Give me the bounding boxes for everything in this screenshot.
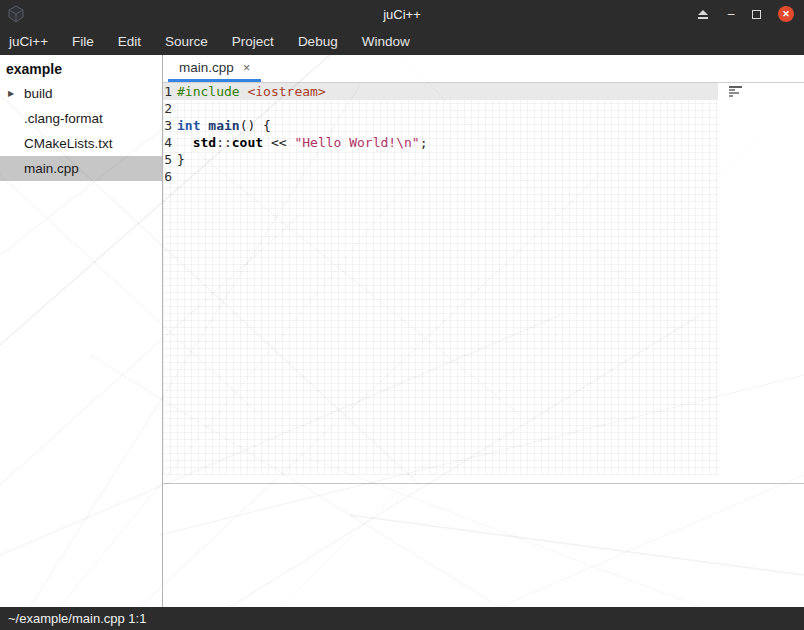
line-number: 4 [163,134,176,151]
window-title: juCi++ [0,7,804,22]
content-area: example ▶build.clang-formatCMakeLists.tx… [0,55,804,607]
minimize-button[interactable]: − [727,7,735,21]
menu-bar: juCi++FileEditSourceProjectDebugWindow [0,28,804,55]
code-line-3[interactable]: 3int main() { [163,117,718,134]
tree-item-main-cpp[interactable]: main.cpp [0,156,162,181]
tree-item-build[interactable]: ▶build [0,81,162,106]
minimap-mark [729,92,739,94]
status-file-path: ~/example/main.cpp 1:1 [8,611,146,626]
tree-item-label: .clang-format [0,106,103,131]
menu-item-debug[interactable]: Debug [286,28,350,55]
line-number: 3 [163,117,176,134]
tab-label: main.cpp [179,60,234,75]
minimize-icon: − [727,7,735,21]
tab-bar: main.cpp × [163,55,804,83]
minimap-mark [729,86,742,88]
code-text: int main() { [176,117,271,134]
title-bar: juCi++ − ✕ [0,0,804,28]
code-text: } [176,151,185,168]
tree-item-label: CMakeLists.txt [0,131,113,156]
code-text [176,100,177,117]
menu-item-file[interactable]: File [60,28,106,55]
code-text: #include <iostream> [176,83,326,100]
tree-item-label: main.cpp [0,156,79,181]
code-line-1[interactable]: 1#include <iostream> [163,83,718,100]
close-button[interactable]: ✕ [778,6,794,22]
tab-main-cpp[interactable]: main.cpp × [168,55,261,82]
menu-item-source[interactable]: Source [153,28,220,55]
expander-icon[interactable]: ▶ [8,81,20,106]
line-number: 6 [163,168,176,185]
minimap-mark [729,89,735,91]
minimap-mark [729,95,733,97]
editor-column: main.cpp × 1#include <iostream>23int mai… [163,55,804,607]
close-icon: ✕ [782,6,790,22]
code-text [176,168,177,185]
minimap[interactable] [729,86,744,98]
code-editor[interactable]: 1#include <iostream>23int main() {4 std:… [163,83,804,483]
code-line-6[interactable]: 6 [163,168,718,185]
window-controls: − ✕ [697,0,794,28]
code-line-2[interactable]: 2 [163,100,718,117]
app-window: juCi++ − ✕ juCi++FileEditSourceProjectDe… [0,0,804,630]
code-lines: 1#include <iostream>23int main() {4 std:… [163,83,718,185]
tree-item-cmakelists-txt[interactable]: CMakeLists.txt [0,131,162,156]
eject-button[interactable] [697,10,710,19]
file-tree-panel: example ▶build.clang-formatCMakeLists.tx… [0,55,163,607]
tree-items: ▶build.clang-formatCMakeLists.txtmain.cp… [0,81,162,181]
eject-icon [697,10,710,19]
output-panel [163,483,804,607]
status-bar: ~/example/main.cpp 1:1 [0,607,804,630]
line-number: 5 [163,151,176,168]
line-number: 2 [163,100,176,117]
menu-item-project[interactable]: Project [220,28,286,55]
code-text: std::cout << "Hello World!\n"; [176,134,427,151]
restore-button[interactable] [752,10,761,19]
tree-item-clang-format[interactable]: .clang-format [0,106,162,131]
code-line-4[interactable]: 4 std::cout << "Hello World!\n"; [163,134,718,151]
tab-close-icon[interactable]: × [243,60,251,75]
tree-item-label: build [20,81,53,106]
menu-item-edit[interactable]: Edit [106,28,153,55]
menu-item-window[interactable]: Window [350,28,422,55]
line-number: 1 [163,83,176,100]
tree-root-folder[interactable]: example [0,57,162,81]
code-line-5[interactable]: 5} [163,151,718,168]
restore-icon [752,10,761,19]
menu-item-juci[interactable]: juCi++ [2,28,60,55]
